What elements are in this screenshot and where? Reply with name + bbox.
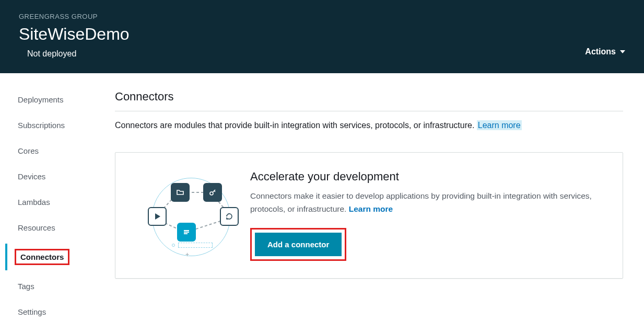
- annotation-highlight-sidebar: Connectors: [15, 249, 69, 265]
- refresh-icon: [220, 207, 239, 226]
- page-body: Deployments Subscriptions Cores Devices …: [0, 73, 644, 321]
- deployment-status: Not deployed: [27, 49, 130, 59]
- sidebar-item-deployments[interactable]: Deployments: [5, 90, 115, 109]
- actions-dropdown-button[interactable]: Actions: [585, 47, 625, 59]
- svg-marker-5: [155, 213, 160, 220]
- card-heading: Accelerate your development: [250, 170, 607, 184]
- play-icon: [148, 207, 167, 226]
- header-left: GREENGRASS GROUP SiteWiseDemo Not deploy…: [19, 13, 130, 59]
- add-connector-button[interactable]: Add a connector: [255, 233, 342, 256]
- svg-line-8: [214, 191, 215, 192]
- plus-icon: +: [185, 251, 189, 258]
- card-desc-body: Connectors make it easier to develop app…: [250, 191, 592, 213]
- sidebar-nav: Deployments Subscriptions Cores Devices …: [0, 90, 115, 321]
- sidebar-item-settings[interactable]: Settings: [5, 302, 115, 321]
- card-description: Connectors make it easier to develop app…: [250, 190, 607, 215]
- empty-state-card: + Accelerate your development Connectors…: [115, 152, 623, 279]
- page-header: GREENGRASS GROUP SiteWiseDemo Not deploy…: [0, 0, 644, 73]
- caret-down-icon: [620, 50, 625, 53]
- title-divider: [115, 111, 623, 111]
- group-title: SiteWiseDemo: [19, 25, 130, 44]
- intro-text: Connectors are modules that provide buil…: [115, 121, 623, 130]
- breadcrumb: GREENGRASS GROUP: [19, 13, 130, 20]
- card-text-block: Accelerate your development Connectors m…: [250, 170, 607, 260]
- illustration-dot: [172, 244, 175, 247]
- sidebar-item-connectors[interactable]: Connectors: [5, 244, 115, 270]
- sidebar-item-tags[interactable]: Tags: [5, 277, 115, 296]
- sidebar-item-cores[interactable]: Cores: [5, 141, 115, 160]
- illustration-dash-rect: [178, 243, 213, 248]
- actions-label: Actions: [585, 47, 616, 56]
- connectors-illustration: +: [126, 168, 241, 262]
- folder-icon: [171, 183, 190, 202]
- sidebar-item-label: Connectors: [20, 253, 64, 261]
- key-icon: [203, 183, 222, 202]
- sidebar-item-resources[interactable]: Resources: [5, 218, 115, 237]
- learn-more-link-card[interactable]: Learn more: [349, 204, 393, 213]
- annotation-highlight-button: Add a connector: [250, 228, 346, 261]
- main-content: Connectors Connectors are modules that p…: [115, 90, 644, 321]
- sidebar-item-devices[interactable]: Devices: [5, 167, 115, 186]
- list-icon: [177, 223, 196, 242]
- intro-body: Connectors are modules that provide buil…: [115, 121, 477, 130]
- sidebar-item-subscriptions[interactable]: Subscriptions: [5, 116, 115, 135]
- page-title: Connectors: [115, 90, 623, 104]
- sidebar-item-lambdas[interactable]: Lambdas: [5, 192, 115, 212]
- learn-more-link-top[interactable]: Learn more: [477, 120, 522, 130]
